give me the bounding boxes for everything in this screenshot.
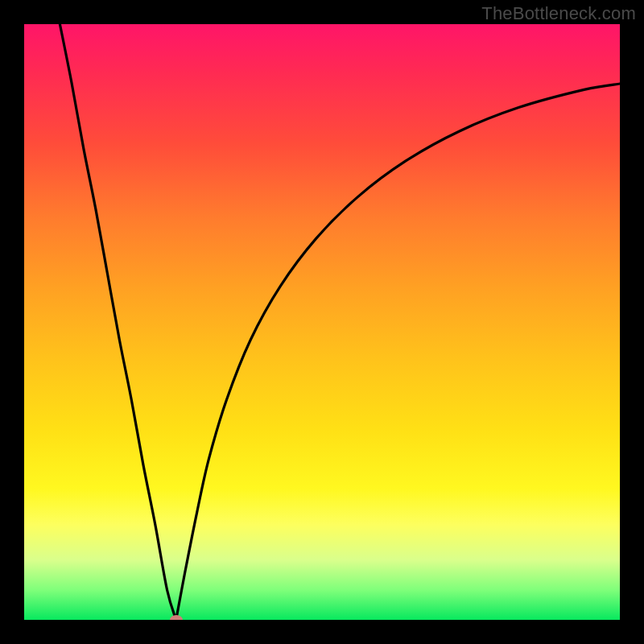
curve-line: [60, 24, 620, 620]
minimum-marker: [170, 615, 183, 620]
watermark-text: TheBottleneck.com: [481, 3, 636, 24]
plot-area: [24, 24, 620, 620]
bottleneck-curve: [24, 24, 620, 620]
chart-frame: TheBottleneck.com: [0, 0, 644, 644]
